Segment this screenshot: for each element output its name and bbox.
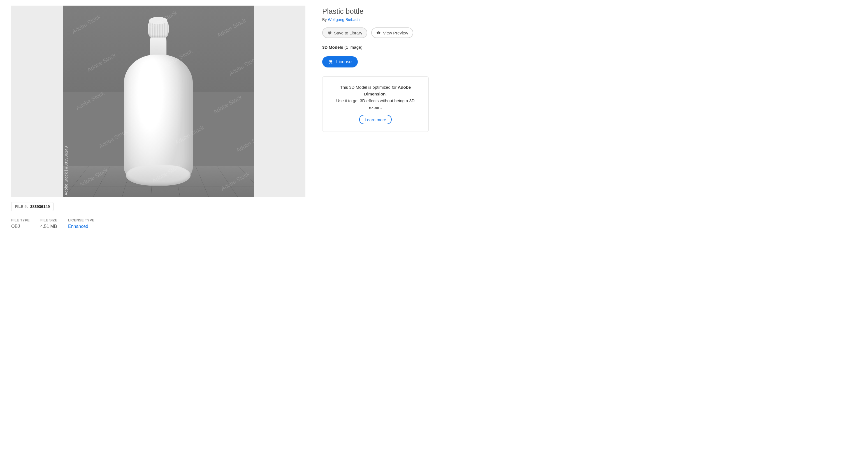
license-button[interactable]: License <box>322 56 358 67</box>
under-preview: FILE #: 383936149 FILE TYPE OBJ FILE SIZ… <box>11 202 305 229</box>
info-line-2: Use it to get 3D effects without being a… <box>330 97 421 111</box>
file-number-value: 383936149 <box>30 204 50 209</box>
file-type-value: OBJ <box>11 224 30 229</box>
view-preview-label: View Preview <box>383 31 408 35</box>
asset-byline: By Wolfgang Biebach <box>322 18 429 22</box>
file-meta-row: FILE TYPE OBJ FILE SIZE 4.51 MB LICENSE … <box>11 218 305 229</box>
save-to-library-button[interactable]: Save to Library <box>322 27 367 38</box>
models-count: (1 Image) <box>344 45 362 49</box>
view-preview-button[interactable]: View Preview <box>371 27 413 38</box>
save-to-library-label: Save to Library <box>334 31 362 35</box>
dimension-info-card: This 3D Model is optimized for Adobe Dim… <box>322 76 429 132</box>
info-line-1: This 3D Model is optimized for Adobe Dim… <box>330 84 421 97</box>
heart-icon <box>327 31 332 35</box>
bottle-model <box>124 13 193 186</box>
models-line: 3D Models (1 Image) <box>322 45 429 49</box>
license-type-label: LICENSE TYPE <box>68 218 94 222</box>
author-link[interactable]: Wolfgang Biebach <box>328 18 360 22</box>
learn-more-button[interactable]: Learn more <box>359 115 392 124</box>
cart-add-icon <box>329 59 333 64</box>
meta-file-type: FILE TYPE OBJ <box>11 218 30 229</box>
eye-icon <box>376 31 381 35</box>
models-label: 3D Models <box>322 45 343 49</box>
right-column: Plastic bottle By Wolfgang Biebach Save … <box>322 6 429 229</box>
license-type-value[interactable]: Enhanced <box>68 224 94 229</box>
info-line1-post: . <box>385 92 386 96</box>
info-line1-pre: This 3D Model is optimized for <box>340 85 398 90</box>
file-size-label: FILE SIZE <box>40 218 57 222</box>
file-size-value: 4.51 MB <box>40 224 57 229</box>
file-number-pill: FILE #: 383936149 <box>11 202 54 211</box>
preview-stage: Adobe Stock Adobe Stock Adobe Stock Adob… <box>63 6 254 197</box>
asset-preview[interactable]: Adobe Stock Adobe Stock Adobe Stock Adob… <box>11 6 305 197</box>
left-column: Adobe Stock Adobe Stock Adobe Stock Adob… <box>11 6 305 229</box>
meta-file-size: FILE SIZE 4.51 MB <box>40 218 57 229</box>
watermark-side-text: Adobe Stock | #383936149 <box>64 146 68 195</box>
meta-license-type: LICENSE TYPE Enhanced <box>68 218 94 229</box>
license-label: License <box>336 59 352 64</box>
asset-title: Plastic bottle <box>322 7 429 16</box>
action-buttons: Save to Library View Preview <box>322 27 429 38</box>
by-prefix: By <box>322 18 328 22</box>
file-number-label: FILE #: <box>15 204 28 209</box>
file-type-label: FILE TYPE <box>11 218 30 222</box>
page-root: Adobe Stock Adobe Stock Adobe Stock Adob… <box>0 0 868 235</box>
